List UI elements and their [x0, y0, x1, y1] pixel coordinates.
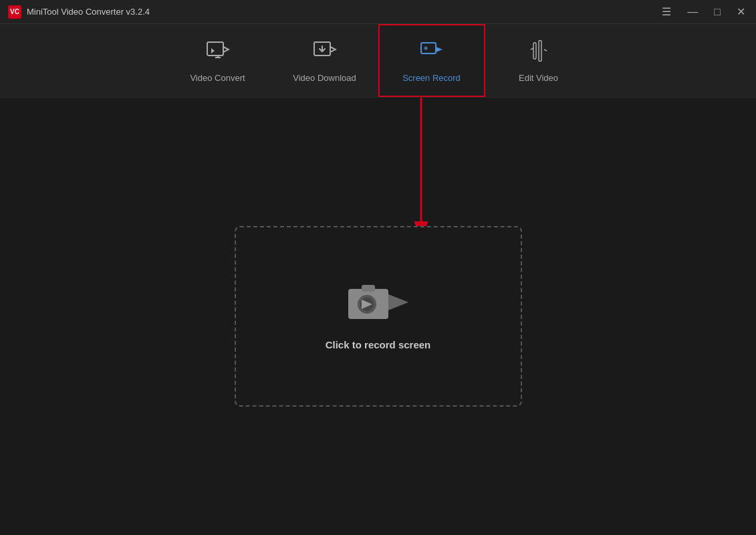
title-bar: VC MiniTool Video Converter v3.2.4 ☰ — □…	[0, 0, 756, 24]
app-title: MiniTool Video Converter v3.2.4	[27, 7, 150, 17]
tab-edit-video[interactable]: Edit Video	[485, 24, 592, 97]
tab-screen-record-label: Screen Record	[402, 73, 461, 83]
menu-button[interactable]: ☰	[659, 5, 674, 19]
video-convert-icon	[206, 39, 230, 68]
menu-icon: ☰	[662, 7, 671, 17]
close-button[interactable]: ✕	[734, 5, 748, 19]
edit-video-icon	[527, 39, 551, 68]
record-area[interactable]: Click to record screen	[235, 226, 522, 407]
logo-text: VC	[10, 8, 19, 15]
maximize-button[interactable]: □	[711, 5, 723, 19]
screen-record-icon	[420, 39, 444, 68]
video-download-icon	[313, 39, 337, 68]
app-logo: VC	[8, 5, 21, 19]
minimize-icon: —	[687, 7, 698, 17]
title-bar-left: VC MiniTool Video Converter v3.2.4	[8, 5, 150, 19]
maximize-icon: □	[714, 7, 721, 17]
svg-rect-10	[362, 285, 375, 292]
svg-rect-2	[421, 43, 436, 54]
tab-video-convert-label: Video Convert	[190, 73, 245, 83]
main-content: Click to record screen	[0, 98, 756, 535]
tab-edit-video-label: Edit Video	[519, 73, 558, 83]
svg-rect-0	[207, 42, 223, 56]
camera-record-icon	[348, 282, 408, 326]
nav-bar: Video Convert Video Download Screen Reco…	[0, 24, 756, 98]
close-icon: ✕	[737, 7, 745, 17]
title-bar-controls: ☰ — □ ✕	[659, 5, 748, 19]
arrow-indicator	[368, 98, 475, 245]
record-label: Click to record screen	[326, 339, 431, 350]
svg-point-4	[424, 47, 426, 49]
tab-video-convert[interactable]: Video Convert	[164, 24, 271, 97]
svg-marker-11	[388, 294, 408, 310]
tab-video-download[interactable]: Video Download	[271, 24, 378, 97]
tab-video-download-label: Video Download	[293, 73, 356, 83]
tab-screen-record[interactable]: Screen Record	[378, 24, 485, 97]
camera-icon-wrapper	[348, 282, 408, 326]
minimize-button[interactable]: —	[684, 5, 701, 19]
